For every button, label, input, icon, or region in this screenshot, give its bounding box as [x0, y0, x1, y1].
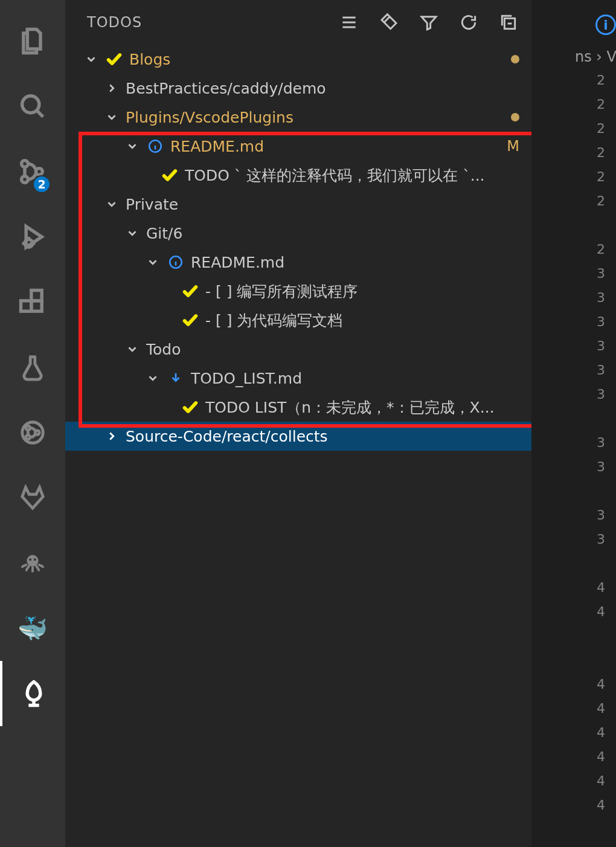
line-number: 3 [597, 362, 605, 378]
chevron-down-icon [103, 195, 121, 213]
line-number: 4 [597, 677, 605, 692]
tree-label: Private [126, 196, 519, 213]
line-number: 2 [597, 72, 605, 88]
file-name: README.md [191, 254, 519, 271]
todo-text: TODO ` 这样的注释代码，我们就可以在 `... [185, 166, 519, 185]
line-number: 2 [597, 121, 605, 136]
tree-label: Git/6 [146, 225, 519, 242]
line-number: 4 [597, 580, 605, 595]
sidebar-panel: TODOS Blogs BestPractices/caddy/demo Plu… [65, 0, 531, 847]
tree-label: Todo [146, 341, 519, 358]
gitlab-icon[interactable] [0, 465, 65, 530]
testing-icon[interactable] [0, 335, 65, 400]
search-icon[interactable] [0, 74, 65, 139]
panel-title: TODOS [87, 14, 338, 31]
filter-icon[interactable] [418, 11, 440, 33]
todo-item[interactable]: TODO LIST（n：未完成，*：已完成，X... [65, 393, 531, 422]
svg-point-12 [27, 555, 38, 567]
tree-item-plugins[interactable]: Plugins/VscodePlugins [65, 103, 531, 132]
svg-point-9 [26, 426, 30, 430]
explorer-icon[interactable] [0, 8, 65, 74]
line-number: 3 [597, 532, 605, 547]
tree-item-private[interactable]: Private [65, 190, 531, 219]
svg-rect-7 [31, 291, 42, 301]
svg-point-4 [25, 239, 33, 247]
line-number: 2 [597, 97, 605, 112]
git-status-m: M [507, 138, 519, 155]
info-icon: i [595, 14, 616, 35]
breadcrumb-fragment: ns › V [575, 48, 616, 65]
tree-file-todolist[interactable]: TODO_LIST.md [65, 364, 531, 393]
line-number: 2 [597, 145, 605, 160]
tree-item-todo[interactable]: Todo [65, 335, 531, 364]
editor-edge: i ns › V 2222222333333333344444444 [531, 0, 616, 847]
info-icon [146, 138, 164, 154]
line-number: 3 [597, 266, 605, 281]
todo-item[interactable]: TODO ` 这样的注释代码，我们就可以在 `... [65, 161, 531, 190]
check-icon [161, 167, 179, 184]
todo-tree-icon[interactable] [0, 661, 65, 726]
chevron-right-icon [103, 79, 121, 97]
check-icon [181, 399, 199, 416]
svg-point-3 [36, 169, 42, 175]
collapse-all-icon[interactable] [498, 11, 519, 33]
todo-item[interactable]: - [ ] 编写所有测试程序 [65, 277, 531, 306]
line-number: 3 [597, 435, 605, 450]
docker-icon[interactable]: 🐳 [0, 596, 65, 661]
todo-text: - [ ] 为代码编写文档 [205, 311, 519, 330]
line-number: 3 [597, 459, 605, 474]
chevron-down-icon [144, 369, 162, 387]
line-number: 2 [597, 193, 605, 208]
svg-point-11 [35, 431, 39, 435]
line-number: 3 [597, 387, 605, 402]
run-debug-icon[interactable] [0, 204, 65, 269]
line-number: 4 [597, 604, 605, 619]
tree-item-bestpractices[interactable]: BestPractices/caddy/demo [65, 74, 531, 103]
dirty-dot-icon [511, 113, 519, 121]
tree-label: Blogs [129, 51, 511, 68]
panel-header: TODOS [65, 0, 531, 45]
line-number: 4 [597, 797, 605, 813]
file-name: TODO_LIST.md [191, 370, 519, 387]
line-number: 3 [597, 338, 605, 353]
line-number: 3 [597, 290, 605, 305]
line-number: 3 [597, 314, 605, 329]
file-name: README.md [170, 138, 507, 155]
check-icon [181, 283, 199, 300]
tree-label: BestPractices/caddy/demo [126, 80, 519, 97]
chevron-down-icon [123, 340, 141, 358]
scm-icon[interactable]: 2 [0, 139, 65, 204]
info-icon [167, 254, 185, 270]
chevron-down-icon [123, 224, 141, 242]
check-icon [181, 312, 199, 329]
tree-file-readme-plugins[interactable]: README.md M [65, 132, 531, 161]
tags-icon[interactable] [378, 11, 400, 33]
line-number: 4 [597, 701, 605, 716]
chevron-down-icon [82, 50, 100, 68]
line-number: 2 [597, 169, 605, 184]
line-number: 3 [597, 507, 605, 523]
tree-item-git6[interactable]: Git/6 [65, 219, 531, 248]
tree-label: Source-Code/react/collects [126, 428, 519, 445]
refresh-icon[interactable] [458, 11, 480, 33]
tree-item-sourcecode[interactable]: Source-Code/react/collects [65, 422, 531, 451]
svg-point-2 [22, 176, 28, 183]
activity-bar: 2 🐳 [0, 0, 65, 847]
chevron-down-icon [123, 137, 141, 155]
tree-root-blogs[interactable]: Blogs [65, 45, 531, 74]
svg-point-14 [34, 558, 36, 561]
svg-point-1 [22, 161, 28, 167]
gitlens-icon[interactable] [0, 400, 65, 465]
chevron-right-icon [103, 427, 121, 445]
dirty-dot-icon [511, 55, 519, 63]
check-icon [105, 51, 123, 68]
flat-view-icon[interactable] [338, 11, 360, 33]
panel-actions [338, 11, 519, 33]
todo-item[interactable]: - [ ] 为代码编写文档 [65, 306, 531, 335]
extensions-icon[interactable] [0, 269, 65, 335]
octopus-icon[interactable] [0, 530, 65, 596]
tree-file-readme-git[interactable]: README.md [65, 248, 531, 277]
chevron-down-icon [103, 108, 121, 126]
tree: Blogs BestPractices/caddy/demo Plugins/V… [65, 45, 531, 847]
line-number: 4 [597, 773, 605, 788]
